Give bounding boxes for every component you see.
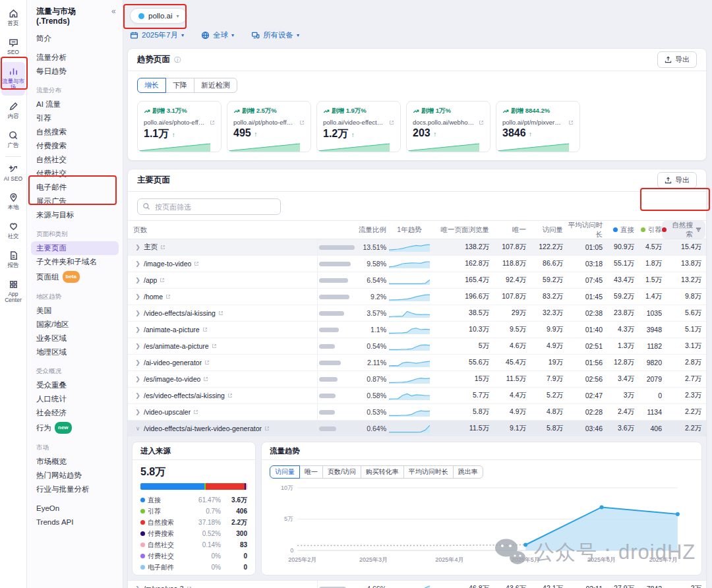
table-row[interactable]: ❯/image-to-video9.58%162.8万118.8万86.6万03… [128, 256, 706, 272]
sidebar-item[interactable]: 简介 [36, 32, 119, 45]
traffic-tab-页数/访问[interactable]: 页数/访问 [322, 465, 361, 479]
chevron-right-icon[interactable]: ❯ [133, 310, 142, 316]
external-link-icon[interactable] [193, 409, 198, 415]
external-link-icon[interactable] [218, 310, 223, 316]
traffic-tab-平均访问时长[interactable]: 平均访问时长 [403, 465, 454, 479]
chevron-right-icon[interactable]: ❯ [133, 585, 142, 588]
external-link-icon[interactable] [160, 245, 165, 250]
trend-page-card[interactable]: 剧增 1万%docs.pollo.ai/webhooks203 ↑ [406, 101, 490, 152]
project-selector[interactable]: pollo.ai ▾ [130, 8, 187, 24]
legend-row[interactable]: 引荐0.7%406 [140, 506, 247, 517]
sidebar-item[interactable]: 社会经济 [36, 406, 119, 420]
traffic-tab-访问量[interactable]: 访问量 [270, 465, 300, 479]
column-avg-duration[interactable]: 平均访问时长 [563, 221, 603, 239]
sidebar-item[interactable]: 来源与目标 [36, 208, 119, 222]
legend-row[interactable]: 直接61.47%3.6万 [140, 494, 247, 506]
column-unique-pageviews[interactable]: 唯一页面浏览量 [432, 225, 489, 235]
sidebar-item[interactable]: 每日趋势 [36, 65, 119, 78]
trend-page-card[interactable]: 剧增 8844.2%pollo.ai/pt/m/pixverse-ai3846 … [496, 101, 580, 152]
table-row[interactable]: ❯/animate-a-picture1.1%10.3万9.5万9.9万01:4… [128, 322, 706, 338]
external-link-icon[interactable] [202, 327, 208, 332]
rail-item-app-center[interactable]: App Center [1, 275, 25, 309]
trend-tab-增长[interactable]: 增长 [137, 78, 166, 93]
chevron-right-icon[interactable]: ❯ [133, 277, 142, 283]
table-row[interactable]: ❯/es/image-to-video0.87%15万11.5万7.9万02:5… [128, 371, 706, 388]
trend-page-card[interactable]: 剧增 1.9万%pollo.ai/video-effects/ai-...1.2… [316, 101, 401, 152]
rail-item-seo[interactable]: SEO [1, 33, 25, 61]
sidebar-item[interactable]: 自然搜索 [36, 125, 119, 139]
chevron-right-icon[interactable]: ❯ [133, 260, 142, 267]
trend-page-url[interactable]: pollo.ai/pt/m/pixverse-ai [502, 119, 574, 126]
sidebar-item[interactable]: 行业与批量分析 [36, 483, 119, 496]
sidebar-item[interactable]: 国家/地区 [36, 318, 119, 332]
sidebar-item[interactable]: 电子邮件 [36, 181, 119, 194]
sidebar-item[interactable]: 展示广告 [36, 194, 119, 208]
collapse-sidebar-icon[interactable]: « [111, 7, 116, 16]
sidebar-item[interactable]: 人口统计 [36, 392, 119, 406]
column-referral[interactable]: 引荐 [634, 225, 662, 235]
column-unique[interactable]: 唯一 [489, 225, 526, 235]
sidebar-item[interactable]: 主要页面 [31, 241, 119, 255]
pages-export-button[interactable]: 导出 [657, 172, 697, 189]
column-visits[interactable]: 访问量 [526, 225, 563, 235]
legend-row[interactable]: 自然搜索37.18%2.2万 [140, 517, 247, 528]
table-row[interactable]: ❯/ai-video-generator2.11%55.6万45.4万19万01… [128, 355, 706, 371]
table-row[interactable]: ❯/video-upscaler0.53%5.8万4.9万4.8万02:282.… [128, 404, 706, 421]
sidebar-item[interactable]: 行为new [36, 420, 119, 436]
table-row[interactable]: ∨/video-effects/ai-twerk-video-generator… [128, 421, 706, 437]
rail-item-content[interactable]: 内容 [1, 97, 25, 125]
traffic-tab-购买转化率[interactable]: 购买转化率 [361, 465, 404, 479]
trend-page-card[interactable]: 剧增 3.1万%pollo.ai/es/photo-effects...1.1万… [137, 101, 222, 152]
chevron-right-icon[interactable]: ❯ [133, 392, 142, 399]
column-direct[interactable]: 直接 [603, 225, 634, 235]
table-row[interactable]: ❯/video-effects/ai-kissing3.57%38.5万29万3… [128, 305, 706, 322]
chevron-right-icon[interactable]: ❯ [133, 244, 142, 250]
sidebar-item[interactable]: 地理区域 [36, 345, 119, 359]
legend-row[interactable]: 电子邮件0%0 [140, 562, 247, 573]
rail-item-reports[interactable]: 报告 [1, 246, 25, 274]
table-row[interactable]: ❯主页13.51%138.2万107.8万122.2万01:0590.9万4.5… [128, 239, 706, 256]
external-link-icon[interactable] [264, 426, 270, 431]
sidebar-item[interactable]: 热门网站趋势 [36, 469, 119, 483]
chevron-down-icon[interactable]: ∨ [133, 425, 142, 432]
external-link-icon[interactable] [212, 343, 217, 349]
traffic-tab-跳出率[interactable]: 跳出率 [453, 465, 483, 479]
chevron-right-icon[interactable]: ❯ [133, 376, 142, 382]
trend-page-url[interactable]: pollo.ai/es/photo-effects... [144, 119, 215, 126]
filter-globe[interactable]: 全球▾ [201, 30, 234, 40]
sidebar-item[interactable]: 子文件夹和子域名 [36, 255, 119, 269]
column-traffic-ratio[interactable]: 流量比例 [318, 225, 386, 235]
sidebar-item[interactable]: 流量分析 [36, 51, 119, 65]
chevron-right-icon[interactable]: ❯ [133, 293, 142, 300]
column-page[interactable]: 页数 [128, 221, 318, 239]
external-link-icon[interactable] [160, 278, 165, 283]
sidebar-item[interactable]: EyeOn [36, 502, 119, 515]
sidebar-item[interactable]: 付费社交 [36, 167, 119, 181]
sidebar-item[interactable]: 美国 [36, 304, 119, 318]
traffic-tab-唯一[interactable]: 唯一 [299, 465, 323, 479]
trend-tab-新近检测[interactable]: 新近检测 [194, 78, 237, 93]
external-link-icon[interactable] [194, 261, 199, 266]
column-1y-trend[interactable]: 1年趋势 [386, 225, 432, 235]
column-organic-search[interactable]: 自然搜索 [662, 221, 705, 239]
trend-page-url[interactable]: pollo.ai/video-effects/ai-... [323, 119, 394, 126]
rail-item-home[interactable]: 首页 [1, 4, 25, 32]
chevron-right-icon[interactable]: ❯ [133, 343, 142, 349]
sidebar-item[interactable]: AI 流量 [36, 98, 119, 111]
table-row[interactable]: ❯/app6.54%165.4万92.4万59.2万07:4543.4万1.5万… [128, 272, 706, 289]
trend-tab-下降[interactable]: 下降 [165, 78, 194, 93]
rail-item-local[interactable]: 本地 [1, 188, 25, 216]
rail-item-social[interactable]: 社交 [1, 217, 25, 245]
sidebar-item[interactable]: 市场概览 [36, 455, 119, 469]
legend-row[interactable]: 付费社交0%0 [140, 550, 247, 562]
sidebar-item[interactable]: 付费搜索 [36, 139, 119, 153]
rail-item-ads[interactable]: 广告 [1, 126, 25, 154]
trend-export-button[interactable]: 导出 [657, 51, 697, 68]
table-row[interactable]: ❯/home9.2%196.6万107.8万83.2万01:4559.2万1.4… [128, 289, 706, 305]
table-row[interactable]: ❯/m/veo/veo-34.66%46.8万43.6万42.1万02:1127… [128, 581, 706, 588]
sidebar-item[interactable]: 业务区域 [36, 332, 119, 345]
chevron-right-icon[interactable]: ❯ [133, 326, 142, 333]
legend-row[interactable]: 自然社交0.14%83 [140, 539, 247, 550]
filter-devices[interactable]: 所有设备▾ [251, 30, 299, 40]
external-link-icon[interactable] [227, 393, 233, 398]
